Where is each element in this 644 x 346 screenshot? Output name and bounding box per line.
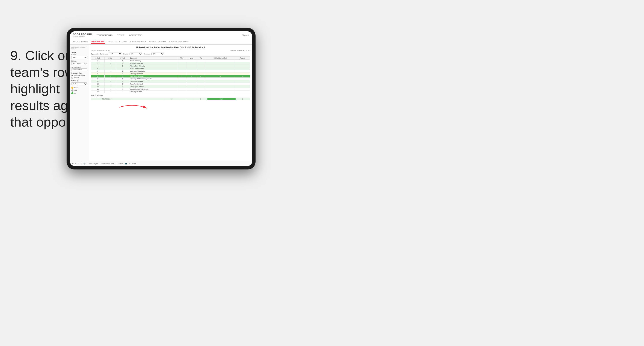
out-of-division-section: Out of division NCAA Division II 1 0 0 2… (91, 95, 250, 100)
nav-item-committee[interactable]: COMMITTEE (128, 34, 143, 37)
table-row[interactable]: 14-2University of Oklahoma (91, 85, 250, 88)
table-row[interactable]: 4-1Arizona State University (91, 65, 250, 67)
table-row[interactable]: 16-3University of Florida (91, 90, 250, 93)
grid-title: University of North Carolina Head-to-Hea… (91, 46, 250, 49)
out-of-division-rounds: 3 (236, 98, 250, 100)
clock-icon[interactable]: 🕐 (83, 163, 86, 165)
col-opponent: Opponent (129, 57, 177, 60)
legend-up-label: Up (74, 93, 76, 94)
sidebar-school-rank-input[interactable] (71, 68, 88, 71)
sidebar-last-updated: Last Updated: 27/03/2024 16:55:38 (71, 46, 88, 50)
legend-down-icon (71, 87, 74, 89)
sign-out-link[interactable]: Sign out (242, 34, 249, 36)
out-of-division-table: NCAA Division II 1 0 0 26.00 3 (91, 98, 250, 100)
save-custom-view-btn[interactable]: Save Custom View (100, 162, 115, 165)
table-row[interactable]: 15-4Georgia Institute of Technology (91, 88, 250, 90)
opponent-filter-select[interactable]: (All) (152, 52, 164, 55)
sidebar-school-rank-label: School (Rank) (71, 66, 88, 68)
watch-btn[interactable]: Watch (118, 162, 124, 165)
tab-player-h2h-heatmap[interactable]: PLAYER H2H HEATMAP (168, 40, 189, 43)
sidebar-gender-select[interactable]: Men's (71, 56, 88, 59)
tab-team-summary[interactable]: TEAM SUMMARY (73, 40, 88, 43)
refresh-icon[interactable]: ↺ (78, 163, 79, 165)
overall-record: Overall Record: 89 - 17 - 0 (91, 49, 110, 51)
table-row[interactable]: 12-3University of Virginia (91, 80, 250, 83)
table-row[interactable]: 9-3University of Arizona (91, 72, 250, 75)
col-loss: Loss (186, 57, 197, 60)
sub-nav: TEAM SUMMARY TEAM H2H GRID TEAM H2H HEAT… (70, 39, 252, 45)
main-content: Last Updated: 27/03/2024 16:55:38 Team G… (70, 45, 252, 161)
tab-team-h2h-grid[interactable]: TEAM H2H GRID (91, 40, 105, 44)
out-of-division-loss: 0 (179, 98, 193, 100)
col-rank: # Rank (91, 57, 104, 60)
out-of-division-row[interactable]: NCAA Division II 1 0 0 26.00 3 (91, 98, 250, 100)
legend-level: Level (71, 89, 88, 92)
col-rounds: Rounds (235, 57, 250, 60)
redo-icon[interactable]: ↪ (75, 163, 76, 165)
out-of-division-label (91, 98, 101, 100)
out-of-division-division: NCAA Division II (101, 98, 165, 100)
table-row[interactable]: 2-1Auburn University (91, 60, 250, 62)
col-win: Win (177, 57, 186, 60)
legend-up: Up (71, 92, 88, 94)
nav-divider: | (241, 34, 241, 36)
table-row[interactable]: 3-2Vanderbilt University (91, 62, 250, 65)
table-row[interactable]: 11-5University of Alabama3002.618 (91, 75, 250, 78)
view-original-btn[interactable]: View: Original (88, 162, 99, 165)
region-filter-select[interactable]: (All) (130, 52, 142, 55)
legend-level-icon (71, 89, 74, 92)
toolbar-separator-2 (116, 162, 116, 165)
sidebar-colour-by-select[interactable]: Win/loss (71, 82, 88, 85)
nav-item-tournaments[interactable]: TOURNAMENTS (96, 34, 114, 37)
table-row[interactable]: 8-2University of Washington (91, 70, 250, 72)
nav-item-teams[interactable]: TEAMS (116, 34, 126, 37)
conference-filter-select[interactable]: (All) (109, 52, 122, 55)
tab-player-summary[interactable]: PLAYER SUMMARY (130, 40, 146, 43)
col-tie: Tie (197, 57, 205, 60)
sidebar-division-select[interactable]: NCAA Division I (71, 62, 88, 65)
division-record: Division Record: 88 - 17 - 0 (230, 49, 250, 51)
logo-area: SCOREBOARD Powered by clippi (73, 33, 92, 37)
sidebar-division-label: Division (71, 60, 88, 62)
sidebar-colour-by-title: Colour by (71, 80, 88, 81)
legend-up-icon (71, 92, 74, 94)
col-conf: # Conf (116, 57, 129, 60)
share-icon[interactable]: ↗ (128, 163, 130, 165)
sidebar-gender-label: Gender (71, 54, 88, 55)
sidebar-opponent-view-title: Opponent View (71, 72, 88, 74)
logo-powered: Powered by clippi (73, 36, 92, 37)
records-row: Overall Record: 89 - 17 - 0 Division Rec… (91, 49, 250, 51)
tablet-screen: SCOREBOARD Powered by clippi TOURNAMENTS… (70, 31, 252, 166)
out-of-division-tie: 0 (193, 98, 207, 100)
top100-label: Top 100 (74, 77, 78, 78)
share-btn[interactable]: Share (131, 162, 137, 165)
bottom-toolbar: ↩ ↪ ↺ ⚙ 🕐 View: Original Save Custom Vie… (70, 161, 252, 166)
sidebar: Last Updated: 27/03/2024 16:55:38 Team G… (70, 45, 89, 161)
out-of-division-diff: 26.00 (207, 98, 236, 100)
opponents-played-radio-btn[interactable] (71, 75, 73, 76)
opponent-filter-label: Opponent (144, 53, 150, 55)
table-row[interactable]: 6-2Florida State University (91, 67, 250, 70)
filters-row: Opponents: Conference (All) Region (All)… (91, 52, 250, 55)
region-filter-label: Region (123, 53, 128, 55)
sidebar-top100-radio[interactable]: Top 100 (71, 77, 88, 79)
tablet-device: SCOREBOARD Powered by clippi TOURNAMENTS… (66, 28, 256, 169)
tab-team-h2h-heatmap[interactable]: TEAM H2H HEATMAP (108, 40, 127, 43)
undo-icon[interactable]: ↩ (72, 163, 74, 165)
out-of-division-win: 1 (165, 98, 179, 100)
table-row[interactable]: 13-1Texas Tech University (91, 83, 250, 85)
out-of-division-title: Out of division (91, 95, 250, 97)
legend-level-label: Level (74, 90, 77, 91)
opponents-played-label: Opponents Played (74, 75, 85, 76)
settings-icon[interactable]: ⚙ (80, 163, 82, 165)
table-row[interactable]: 11-6University of Arkansas, Fayetteville (91, 78, 250, 80)
col-diff: Diff Av Strokes/Rnd (205, 57, 235, 60)
sidebar-opponents-played-radio[interactable]: Opponents Played (71, 75, 88, 76)
tab-player-h2h-grid[interactable]: PLAYER H2H GRID (150, 40, 166, 43)
h2h-table: # Rank # Reg # Conf Opponent Win Loss Ti… (91, 56, 250, 93)
screen-icon[interactable]: 📺 (125, 163, 127, 165)
legend-down: Down (71, 87, 88, 89)
top100-radio-btn[interactable] (71, 77, 73, 79)
logo-scoreboard: SCOREBOARD (73, 33, 92, 36)
conference-filter-label: Conference (100, 53, 108, 55)
